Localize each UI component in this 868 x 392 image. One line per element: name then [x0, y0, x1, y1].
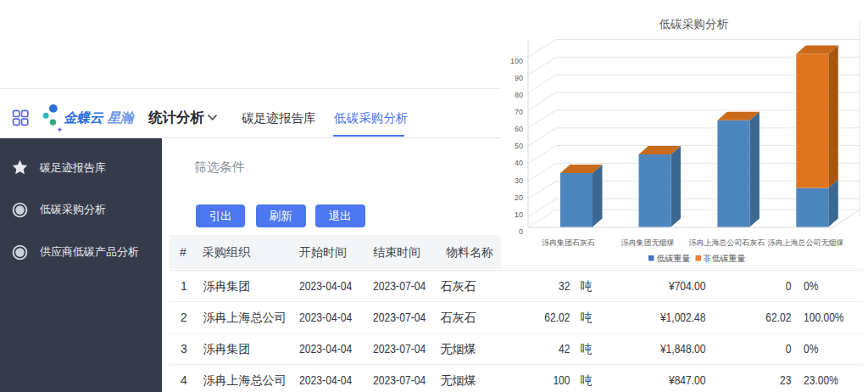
- svg-text:80: 80: [515, 91, 523, 99]
- svg-text:10: 10: [515, 210, 523, 219]
- svg-text:非低碳重量: 非低碳重量: [704, 254, 746, 263]
- svg-text:泺冉集团石灰石: 泺冉集团石灰石: [542, 238, 595, 247]
- svg-text:40: 40: [515, 159, 523, 167]
- svg-text:泺冉上海总公司无烟煤: 泺冉上海总公司无烟煤: [768, 238, 844, 247]
- svg-text:30: 30: [515, 176, 523, 185]
- svg-text:100: 100: [510, 57, 523, 65]
- svg-text:90: 90: [515, 74, 523, 82]
- svg-text:0: 0: [519, 227, 523, 236]
- svg-text:低碳采购分析: 低碳采购分析: [659, 18, 729, 31]
- svg-text:70: 70: [515, 108, 523, 116]
- svg-text:泺冉集团无烟煤: 泺冉集团无烟煤: [621, 238, 675, 247]
- svg-text:低碳重量: 低碳重量: [657, 254, 691, 263]
- svg-text:50: 50: [515, 142, 523, 150]
- svg-text:20: 20: [515, 193, 523, 202]
- svg-text:泺冉上海总公司石灰石: 泺冉上海总公司石灰石: [689, 238, 765, 247]
- svg-text:60: 60: [515, 125, 523, 133]
